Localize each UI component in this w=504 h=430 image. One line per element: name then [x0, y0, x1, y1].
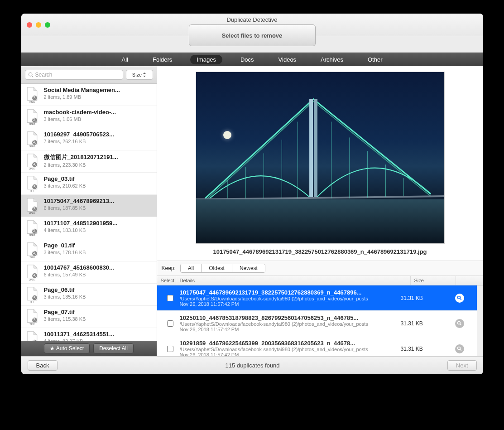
minimize-icon[interactable]: [36, 22, 41, 28]
file-list[interactable]: PNG Social Media Managemen... 2 items, 1…: [21, 84, 157, 341]
back-button[interactable]: Back: [28, 360, 58, 371]
main-panel: 10175047_446789692131719_382257501276288…: [157, 66, 483, 356]
duplicate-size: 31.31 KB: [401, 295, 446, 301]
svg-line-65: [460, 298, 461, 300]
file-icon: TIFF: [25, 242, 39, 258]
file-row[interactable]: TIFF Page_03.tif 3 items, 210.62 KB: [21, 173, 157, 195]
keep-newest[interactable]: Newest: [232, 264, 265, 272]
preview-image: [196, 72, 445, 244]
file-row[interactable]: PNG Social Media Managemen... 2 items, 1…: [21, 84, 157, 106]
file-info: macbook-cisdem-video-... 3 items, 1.06 M…: [44, 109, 153, 125]
tab-videos[interactable]: Videos: [272, 55, 303, 64]
select-checkbox[interactable]: [161, 320, 180, 327]
svg-text:TIFF: TIFF: [29, 256, 35, 258]
magnify-icon: [457, 295, 462, 301]
svg-line-67: [460, 324, 461, 325]
file-row[interactable]: TIFF Page_07.tif 3 items, 115.38 KB: [21, 306, 157, 328]
file-info: Page_06.tif 3 items, 135.16 KB: [44, 286, 153, 303]
file-row[interactable]: JPEG 10014767_45168600830... 6 items, 15…: [21, 261, 157, 284]
file-row[interactable]: JPEG 10169297_44905706523... 7 items, 26…: [21, 128, 157, 150]
file-icon: JPEG: [25, 331, 39, 341]
file-row[interactable]: JPEG 10011371_44625314551... 4 items, 83…: [21, 328, 157, 341]
reveal-button[interactable]: [455, 344, 464, 353]
file-row[interactable]: JPEG 10171107_448512901959... 4 items, 1…: [21, 217, 157, 239]
file-name: macbook-cisdem-video-...: [44, 109, 153, 116]
file-info: Page_03.tif 3 items, 210.62 KB: [44, 175, 153, 192]
keep-oldest[interactable]: Oldest: [202, 264, 232, 272]
file-name: 10014767_45168600830...: [44, 264, 153, 271]
svg-line-69: [460, 349, 461, 350]
file-meta: 2 items, 1.89 MB: [44, 94, 153, 100]
reveal-button[interactable]: [455, 294, 464, 303]
tab-docs[interactable]: Docs: [234, 55, 260, 64]
select-files-button[interactable]: Select files to remove: [189, 24, 316, 46]
details-header: Select Details Size: [157, 276, 483, 285]
next-button[interactable]: Next: [447, 360, 477, 371]
tab-archives[interactable]: Archives: [314, 55, 350, 64]
duplicate-path: /Users/YaphetS/Downloads/facebook-sandyt…: [180, 296, 401, 301]
file-meta: 4 items, 183.10 KB: [44, 227, 153, 233]
svg-text:TIFF: TIFF: [29, 323, 35, 325]
magnify-icon: [457, 321, 462, 326]
file-icon: JPEG: [25, 198, 39, 214]
duplicate-row[interactable]: 10250110_446785318798823_826799256014705…: [157, 311, 477, 336]
svg-line-52: [196, 196, 444, 199]
sidebar: Search Size PNG Social Media Managemen..…: [21, 66, 157, 356]
file-icon: PNG: [25, 87, 39, 103]
duplicate-path: /Users/YaphetS/Downloads/facebook-sandyt…: [180, 321, 401, 327]
filter-tabs: All Folders Images Docs Videos Archives …: [21, 53, 483, 66]
col-details: Details: [176, 276, 411, 285]
close-icon[interactable]: [27, 22, 32, 28]
duplicate-name: 10175047_446789692131719_382257501276288…: [180, 289, 401, 296]
file-icon: JPEG: [25, 153, 39, 169]
magnify-icon: [457, 346, 462, 352]
search-icon: [28, 72, 34, 77]
reveal-button[interactable]: [455, 319, 464, 328]
file-meta: 6 items, 187.85 KB: [44, 205, 153, 211]
file-row[interactable]: JPEG 微信图片_2018120712191... 2 items, 223.…: [21, 150, 157, 173]
duplicate-row[interactable]: 10175047_446789692131719_382257501276288…: [157, 285, 477, 311]
file-info: 10169297_44905706523... 7 items, 262.16 …: [44, 131, 153, 147]
file-name: Page_03.tif: [44, 175, 153, 182]
file-icon: TIFF: [25, 286, 39, 303]
select-checkbox[interactable]: [161, 295, 180, 301]
tab-other[interactable]: Other: [361, 55, 389, 64]
col-action: [456, 276, 483, 285]
file-info: 微信图片_2018120712191... 2 items, 223.30 KB: [44, 153, 153, 169]
file-meta: 2 items, 223.30 KB: [44, 162, 153, 168]
file-name: Page_07.tif: [44, 309, 153, 315]
file-icon: TIFF: [25, 309, 39, 325]
deselect-all-button[interactable]: Deselect All: [93, 343, 134, 353]
duplicate-size: 31.31 KB: [401, 320, 446, 327]
search-input[interactable]: Search: [25, 70, 123, 80]
file-name: 10011371_44625314551...: [44, 331, 153, 338]
file-row[interactable]: JPEG 10175047_44678969213... 6 items, 18…: [21, 195, 157, 217]
file-row[interactable]: TIFF Page_06.tif 3 items, 135.16 KB: [21, 284, 157, 306]
status-text: 115 duplicates found: [226, 362, 280, 369]
footer: Back 115 duplicates found Next: [21, 356, 483, 374]
tab-images[interactable]: Images: [190, 55, 222, 64]
svg-text:JPEG: JPEG: [29, 123, 35, 125]
app-window: Duplicate Detective Select files to remo…: [21, 14, 483, 374]
tab-all[interactable]: All: [115, 55, 134, 64]
duplicate-name: 10250110_446785318798823_826799256014705…: [180, 314, 401, 321]
file-name: 10175047_44678969213...: [44, 198, 153, 204]
scrollbar[interactable]: [477, 285, 483, 356]
duplicate-list[interactable]: 10175047_446789692131719_382257501276288…: [157, 285, 477, 356]
duplicate-date: Nov 26, 2018 11:57:42 PM: [180, 352, 401, 356]
duplicate-row[interactable]: 10291859_446786225465399_200356936831620…: [157, 336, 477, 356]
auto-select-button[interactable]: ★ Auto Select: [44, 343, 90, 353]
svg-point-68: [457, 347, 460, 349]
col-size: Size: [411, 276, 456, 285]
duplicate-size: 31.31 KB: [401, 346, 446, 352]
file-row[interactable]: TIFF Page_01.tif 3 items, 178.16 KB: [21, 239, 157, 261]
file-row[interactable]: JPEG macbook-cisdem-video-... 3 items, 1…: [21, 106, 157, 128]
svg-text:TIFF: TIFF: [29, 300, 35, 303]
sidebar-actions: ★ Auto Select Deselect All: [21, 341, 157, 356]
svg-text:JPEG: JPEG: [29, 212, 35, 214]
maximize-icon[interactable]: [45, 22, 50, 28]
select-checkbox[interactable]: [161, 346, 180, 352]
keep-all[interactable]: All: [181, 264, 202, 272]
tab-folders[interactable]: Folders: [146, 55, 178, 64]
sort-select[interactable]: Size: [126, 70, 153, 80]
